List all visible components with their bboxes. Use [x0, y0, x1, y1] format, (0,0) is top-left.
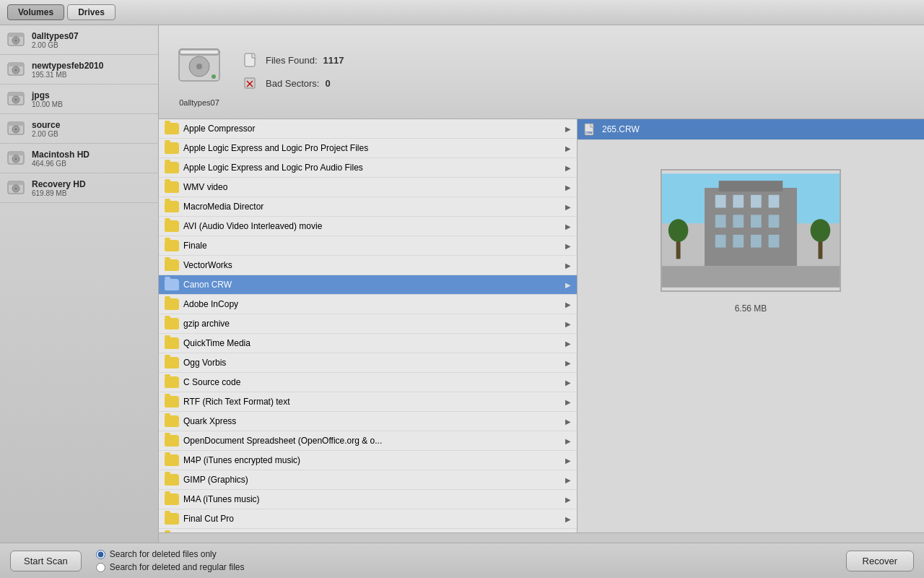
sidebar-item-recovery-hd[interactable]: Recovery HD619.89 MB — [0, 173, 158, 203]
folder-icon — [165, 318, 179, 329]
tab-drives[interactable]: Drives — [67, 4, 116, 20]
category-item-gimp-graphics[interactable]: GIMP (Graphics)▶ — [159, 470, 577, 490]
category-item-quark-xpress[interactable]: Quark Xpress▶ — [159, 412, 577, 431]
category-item-quicktime-media[interactable]: QuickTime Media▶ — [159, 334, 577, 353]
hscroll-area[interactable] — [159, 532, 924, 543]
tab-volumes[interactable]: Volumes — [7, 4, 64, 20]
radio-deleted-only-input[interactable] — [96, 550, 105, 559]
folder-icon — [165, 513, 179, 525]
category-item-canon-crw[interactable]: Canon CRW▶ — [159, 275, 577, 295]
radio-deleted-only-label: Search for deleted files only — [110, 549, 217, 559]
category-label: MacroMedia Director — [183, 202, 263, 212]
category-arrow-icon: ▶ — [565, 164, 571, 172]
category-item-avi-movie[interactable]: AVI (Audio Video Interleaved) movie▶ — [159, 217, 577, 236]
category-arrow-icon: ▶ — [565, 437, 571, 445]
category-item-c-source-code[interactable]: C Source code▶ — [159, 373, 577, 392]
drive-icon-sm — [6, 89, 26, 109]
svg-rect-42 — [751, 195, 762, 208]
category-arrow-icon: ▶ — [565, 320, 571, 328]
drive-item-size: 195.31 MB — [32, 71, 103, 79]
category-list: Apple Compressor▶Apple Logic Express and… — [159, 119, 578, 532]
drive-item-name: Recovery HD — [32, 179, 86, 189]
category-item-opendocument-spreadsheet[interactable]: OpenDocument Spreadsheet (OpenOffice.org… — [159, 431, 577, 451]
radio-deleted-regular-input[interactable] — [96, 563, 105, 572]
svg-rect-17 — [8, 152, 24, 155]
drive-icon-sm — [6, 118, 26, 139]
radio-group: Search for deleted files only Search for… — [96, 549, 846, 572]
svg-rect-21 — [8, 181, 24, 185]
file-result-265crw[interactable]: CRW 265.CRW — [578, 119, 924, 140]
category-item-stuffit-sit[interactable]: Stuffit SIT▶ — [159, 529, 577, 532]
radio-deleted-regular-label: Search for deleted and regular files — [110, 562, 245, 572]
category-label: Quark Xpress — [183, 416, 236, 426]
drive-stats: Files Found: 1117 Bad Sectors: 0 — [243, 52, 344, 92]
sidebar-item-newtypesfeb2010[interactable]: newtypesfeb2010195.31 MB — [0, 55, 158, 85]
category-label: C Source code — [183, 377, 240, 387]
category-arrow-icon: ▶ — [565, 242, 571, 250]
category-arrow-icon: ▶ — [565, 515, 571, 523]
svg-rect-44 — [715, 215, 726, 228]
drive-thumb-name: 0alltypes07 — [179, 98, 219, 107]
drive-item-name: newtypesfeb2010 — [32, 61, 103, 71]
svg-point-7 — [15, 69, 17, 72]
sidebar-item-0alltypes07[interactable]: 0alltypes072.00 GB — [0, 25, 158, 55]
svg-point-19 — [15, 158, 17, 160]
drive-item-size: 464.96 GB — [32, 160, 90, 168]
category-item-m4p-itunes-encrypted[interactable]: M4P (iTunes encrypted music)▶ — [159, 451, 577, 470]
bad-sectors-label: Bad Sectors: — [266, 78, 319, 89]
category-label: gzip archive — [183, 319, 230, 329]
folder-icon — [165, 435, 179, 447]
drive-icon-sm — [6, 59, 26, 79]
category-label: Canon CRW — [183, 280, 232, 290]
svg-point-54 — [668, 219, 689, 241]
category-item-logic-pro-project[interactable]: Apple Logic Express and Logic Pro Projec… — [159, 139, 577, 158]
category-arrow-icon: ▶ — [565, 125, 571, 133]
category-label: RTF (Rich Text Format) text — [183, 397, 290, 407]
image-preview — [661, 169, 841, 292]
main-content: 0alltypes072.00 GB newtypesfeb2010195.31… — [0, 25, 924, 543]
drive-thumbnail-section: 0alltypes07 — [170, 38, 228, 107]
tab-bar: Volumes Drives — [0, 0, 924, 25]
svg-point-28 — [196, 64, 202, 69]
radio-deleted-only[interactable]: Search for deleted files only — [96, 549, 846, 559]
category-arrow-icon: ▶ — [565, 301, 571, 309]
category-arrow-icon: ▶ — [565, 359, 571, 367]
svg-rect-47 — [769, 215, 780, 228]
folder-icon — [165, 220, 179, 232]
bad-sectors-row: Bad Sectors: 0 — [243, 75, 344, 92]
file-result-name: 265.CRW — [602, 124, 640, 134]
svg-rect-13 — [8, 122, 24, 126]
category-item-vectorworks[interactable]: VectorWorks▶ — [159, 256, 577, 275]
folder-icon — [165, 201, 179, 212]
radio-deleted-regular[interactable]: Search for deleted and regular files — [96, 562, 846, 572]
folder-icon — [165, 259, 179, 271]
category-arrow-icon: ▶ — [565, 398, 571, 406]
sidebar-item-macintosh-hd[interactable]: Macintosh HD464.96 GB — [0, 144, 158, 173]
sidebar-item-source[interactable]: source2.00 GB — [0, 114, 158, 144]
sidebar-item-jpgs[interactable]: jpgs10.00 MB — [0, 85, 158, 114]
recover-button[interactable]: Recover — [846, 551, 914, 571]
category-item-macromedia-director[interactable]: MacroMedia Director▶ — [159, 197, 577, 217]
category-item-final-cut-pro[interactable]: Final Cut Pro▶ — [159, 509, 577, 529]
category-item-gzip-archive[interactable]: gzip archive▶ — [159, 314, 577, 334]
category-item-logic-pro-audio[interactable]: Apple Logic Express and Logic Pro Audio … — [159, 158, 577, 178]
category-label: WMV video — [183, 182, 227, 192]
svg-rect-51 — [769, 235, 780, 248]
svg-point-23 — [15, 188, 17, 190]
svg-rect-48 — [715, 235, 726, 248]
start-scan-button[interactable]: Start Scan — [10, 551, 82, 571]
category-label: Apple Compressor — [183, 124, 255, 134]
category-item-ogg-vorbis[interactable]: Ogg Vorbis▶ — [159, 353, 577, 373]
category-item-m4a-itunes-music[interactable]: M4A (iTunes music)▶ — [159, 490, 577, 509]
file-size-label: 6.56 MB — [735, 303, 767, 314]
folder-icon — [165, 123, 179, 134]
svg-rect-26 — [180, 51, 218, 53]
category-item-finale[interactable]: Finale▶ — [159, 236, 577, 256]
svg-point-11 — [15, 99, 17, 101]
category-item-adobe-incopy[interactable]: Adobe InCopy▶ — [159, 295, 577, 314]
folder-icon — [165, 493, 179, 505]
category-item-wmv-video[interactable]: WMV video▶ — [159, 178, 577, 197]
folder-icon — [165, 279, 179, 290]
category-item-apple-compressor[interactable]: Apple Compressor▶ — [159, 119, 577, 139]
category-item-rtf-text[interactable]: RTF (Rich Text Format) text▶ — [159, 392, 577, 412]
